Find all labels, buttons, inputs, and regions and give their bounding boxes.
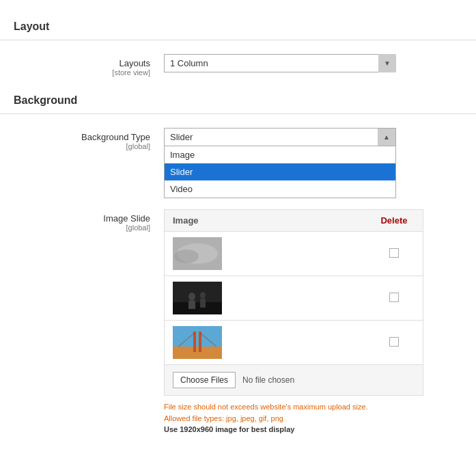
thumbnail-2-img (173, 282, 222, 314)
svg-rect-8 (200, 299, 206, 308)
thumb-container-1 (173, 237, 374, 270)
bg-type-options: Image Slider Video (164, 146, 396, 198)
layout-section: Layout Layouts [store view] 1 Column ▼ (0, 14, 476, 77)
thumb-container-3 (173, 326, 374, 359)
delete-cell-1 (374, 248, 415, 260)
bg-type-dropdown-header[interactable]: Slider ▲ (164, 128, 396, 146)
layouts-select-arrow-icon[interactable]: ▼ (378, 54, 396, 72)
layouts-selected-value: 1 Column (170, 58, 208, 68)
hint-line1: File size should not exceeds website's m… (164, 401, 462, 413)
bg-type-option-slider[interactable]: Slider (165, 163, 395, 180)
bg-type-label: Background Type (14, 132, 150, 142)
svg-rect-6 (188, 301, 195, 309)
bg-type-dropdown: Slider ▲ Image Slider Video (164, 128, 396, 198)
background-title: Background (0, 87, 476, 113)
bg-type-label-container: Background Type [global] (14, 128, 164, 150)
delete-cell-3 (374, 337, 415, 349)
layout-divider (0, 40, 476, 40)
table-row (165, 276, 423, 321)
thumbnail-3-img (173, 326, 222, 359)
layouts-label-container: Layouts [store view] (14, 54, 164, 77)
svg-rect-12 (193, 332, 196, 352)
thumbnail-2 (173, 282, 222, 314)
layouts-select-wrapper: 1 Column ▼ (164, 54, 396, 72)
layouts-control: 1 Column ▼ (164, 54, 462, 72)
svg-point-5 (188, 293, 195, 301)
file-input-row: Choose Files No file chosen (165, 365, 423, 395)
layouts-field-row: Layouts [store view] 1 Column ▼ (0, 54, 476, 77)
background-section: Background Background Type [global] Slid… (0, 87, 476, 435)
background-divider (0, 113, 476, 114)
image-slide-sublabel: [global] (14, 224, 150, 232)
hint-line2: Allowed file types: jpg, jpeg, gif, png (164, 413, 462, 425)
svg-rect-10 (173, 326, 222, 347)
image-slide-label: Image Slide (14, 213, 150, 224)
col-image-header: Image (173, 215, 374, 226)
col-delete-header: Delete (374, 215, 415, 226)
table-row (165, 321, 423, 365)
bg-type-selected-value: Slider (170, 132, 193, 142)
no-file-text: No file chosen (242, 375, 294, 385)
layouts-sublabel: [store view] (14, 68, 150, 77)
image-slide-control: Image Delete (164, 209, 462, 435)
bg-type-control: Slider ▲ Image Slider Video (164, 128, 462, 198)
delete-checkbox-1[interactable] (389, 248, 399, 258)
layout-title: Layout (0, 14, 476, 40)
bg-type-sublabel: [global] (14, 142, 150, 150)
table-row (165, 232, 423, 276)
image-slide-table: Image Delete (164, 209, 423, 396)
layouts-select[interactable]: 1 Column (164, 54, 396, 72)
svg-point-7 (200, 292, 206, 299)
layouts-label: Layouts (14, 58, 150, 68)
bg-type-option-image[interactable]: Image (165, 146, 395, 163)
thumbnail-1-img (173, 237, 222, 270)
bg-type-option-video[interactable]: Video (165, 180, 395, 198)
file-hints: File size should not exceeds website's m… (164, 401, 462, 435)
bg-type-field-row: Background Type [global] Slider ▲ Image … (0, 128, 476, 198)
svg-rect-13 (199, 332, 201, 352)
delete-checkbox-2[interactable] (389, 293, 399, 302)
svg-rect-4 (173, 302, 222, 314)
thumb-container-2 (173, 282, 374, 314)
delete-checkbox-3[interactable] (389, 337, 399, 347)
image-slide-field-row: Image Slide [global] Image Delete (0, 209, 476, 435)
choose-files-button[interactable]: Choose Files (173, 372, 236, 388)
svg-point-2 (174, 250, 199, 263)
bg-type-arrow-up-icon[interactable]: ▲ (378, 129, 395, 146)
delete-cell-2 (374, 293, 415, 304)
svg-rect-11 (173, 347, 222, 359)
hint-line3: Use 1920x960 image for best display (164, 424, 462, 435)
image-slide-table-header: Image Delete (165, 210, 423, 232)
image-slide-label-container: Image Slide [global] (14, 209, 164, 232)
thumbnail-3 (173, 326, 222, 359)
thumbnail-1 (173, 237, 222, 270)
